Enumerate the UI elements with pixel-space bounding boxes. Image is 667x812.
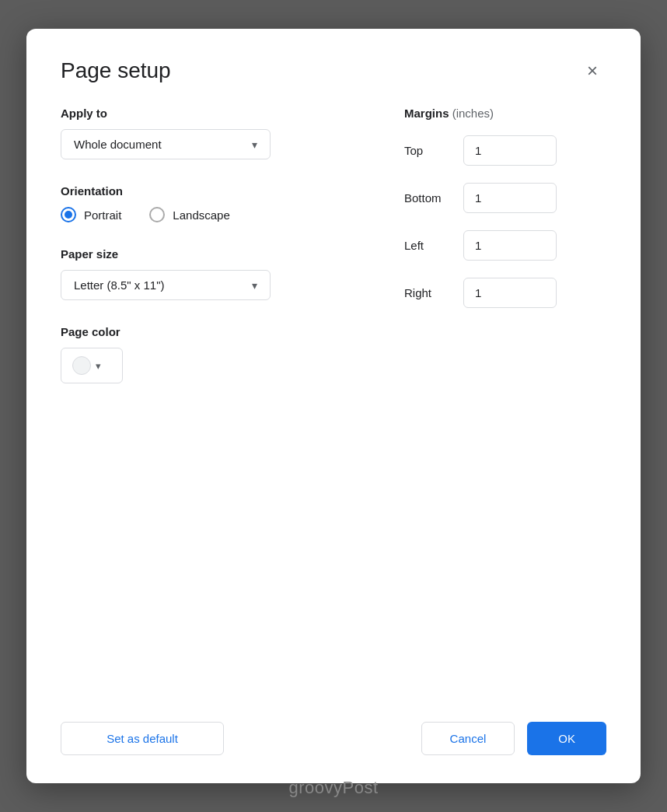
portrait-radio-inner <box>65 211 72 219</box>
orientation-section: Orientation Portrait Landscape <box>61 184 358 222</box>
apply-to-section: Apply to Whole document ▾ <box>61 107 358 159</box>
right-margin-input[interactable] <box>463 278 557 308</box>
left-margin-label: Left <box>404 239 451 252</box>
color-swatch <box>72 356 91 375</box>
top-margin-label: Top <box>404 144 451 157</box>
orientation-row: Portrait Landscape <box>61 207 358 222</box>
paper-size-label: Paper size <box>61 247 358 261</box>
paper-size-value: Letter (8.5" x 11") <box>74 278 165 292</box>
footer-right-buttons: Cancel OK <box>421 722 606 755</box>
paper-size-arrow: ▾ <box>252 279 257 292</box>
ok-button[interactable]: OK <box>527 722 606 755</box>
page-color-button[interactable]: ▾ <box>61 348 123 383</box>
watermark: groovyPost <box>288 778 378 798</box>
dialog-footer: Set as default Cancel OK <box>61 703 606 755</box>
right-margin-label: Right <box>404 286 451 299</box>
bottom-margin-row: Bottom <box>404 183 606 213</box>
left-margin-row: Left <box>404 230 606 261</box>
bottom-margin-label: Bottom <box>404 191 451 205</box>
top-margin-row: Top <box>404 135 606 166</box>
landscape-option[interactable]: Landscape <box>149 207 229 222</box>
page-setup-dialog: Page setup × Apply to Whole document ▾ O… <box>26 29 641 783</box>
right-margin-row: Right <box>404 278 606 308</box>
cancel-button[interactable]: Cancel <box>421 722 515 755</box>
apply-to-dropdown[interactable]: Whole document ▾ <box>61 129 271 159</box>
paper-size-section: Paper size Letter (8.5" x 11") ▾ <box>61 247 358 300</box>
paper-size-dropdown[interactable]: Letter (8.5" x 11") ▾ <box>61 270 271 300</box>
left-margin-input[interactable] <box>463 230 557 261</box>
portrait-option[interactable]: Portrait <box>61 207 121 222</box>
apply-to-arrow: ▾ <box>252 138 257 151</box>
portrait-radio[interactable] <box>61 207 76 222</box>
dialog-body: Apply to Whole document ▾ Orientation Po… <box>61 107 606 703</box>
left-column: Apply to Whole document ▾ Orientation Po… <box>61 107 389 703</box>
portrait-label: Portrait <box>84 208 121 222</box>
apply-to-value: Whole document <box>74 138 162 151</box>
apply-to-label: Apply to <box>61 107 358 120</box>
margins-title: Margins (inches) <box>404 107 606 120</box>
close-button[interactable]: × <box>578 57 606 85</box>
set-default-button[interactable]: Set as default <box>61 722 224 755</box>
landscape-label: Landscape <box>173 208 229 222</box>
orientation-label: Orientation <box>61 184 358 198</box>
bottom-margin-input[interactable] <box>463 183 557 213</box>
margins-unit: (inches) <box>452 107 494 120</box>
page-color-section: Page color ▾ <box>61 325 358 383</box>
color-arrow: ▾ <box>96 360 101 372</box>
landscape-radio[interactable] <box>149 207 165 222</box>
dialog-title: Page setup <box>61 58 171 83</box>
page-color-label: Page color <box>61 325 358 338</box>
margins-label: Margins <box>404 107 449 120</box>
close-icon: × <box>587 60 598 82</box>
top-margin-input[interactable] <box>463 135 557 166</box>
dialog-header: Page setup × <box>61 57 606 85</box>
right-column: Margins (inches) Top Bottom Left Right <box>389 107 606 703</box>
